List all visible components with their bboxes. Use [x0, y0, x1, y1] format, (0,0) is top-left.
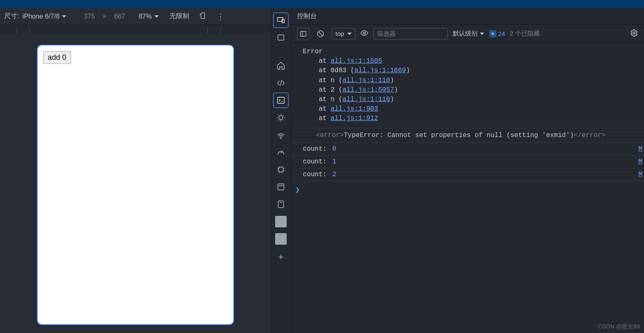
console-output[interactable]: Error at all.js:1:1505 at 0d83 (all.js:1…	[291, 43, 644, 333]
times-symbol: ×	[102, 13, 106, 20]
device-canvas: add 0	[0, 33, 271, 333]
log-label: count:	[303, 171, 327, 178]
stack-link[interactable]: all.js:1:5957	[342, 86, 394, 94]
log-level-selector[interactable]: 默认级别	[453, 30, 484, 38]
add-button[interactable]: add 0	[43, 51, 71, 64]
device-frame: add 0	[37, 45, 234, 325]
stack-link[interactable]: all.js:1:110	[342, 96, 390, 103]
console-log-row: count:0M	[291, 143, 644, 156]
stack-link[interactable]: all.js:1:110	[342, 77, 390, 84]
svg-point-12	[363, 32, 365, 34]
error-message-text: TypeError: Cannot set properties of null…	[344, 132, 574, 139]
zoom-selector[interactable]: 87%	[139, 13, 159, 20]
error-stack: Error at all.js:1:1505 at 0d83 (all.js:1…	[291, 43, 644, 128]
log-value: 1	[333, 158, 337, 165]
console-title: 控制台	[291, 8, 644, 25]
error-message-row: <error>TypeError: Cannot set properties …	[291, 128, 644, 143]
log-value: 0	[333, 145, 337, 153]
browser-topbar	[0, 0, 644, 8]
console-pane: 控制台 top 默认级别 ✱ 24 2	[291, 8, 644, 333]
error-tag-open: <error>	[316, 132, 344, 139]
device-preview-pane: 尺寸: iPhone 6/7/8 375 × 667 87% 无限制 ⋮	[0, 8, 271, 333]
log-label: count:	[303, 158, 327, 165]
device-height-input[interactable]: 667	[112, 13, 128, 20]
hidden-count: 2 个已隐藏	[510, 30, 540, 38]
chevron-down-icon	[480, 33, 484, 35]
stack-link[interactable]: all.js:1:903	[330, 105, 378, 113]
home-icon[interactable]	[274, 59, 288, 73]
storage-icon[interactable]	[274, 197, 288, 211]
error-tag-close: </error>	[574, 132, 606, 139]
svg-rect-3	[278, 35, 284, 40]
watermark: CSDN @摇光93	[598, 323, 640, 331]
filter-input[interactable]	[373, 28, 448, 40]
svg-rect-7	[279, 168, 283, 172]
console-toolbar: top 默认级别 ✱ 24 2 个已隐藏	[291, 25, 644, 43]
device-width-input[interactable]: 375	[81, 13, 97, 20]
throttling-selector[interactable]: 无限制	[169, 12, 189, 21]
svg-point-13	[633, 32, 635, 34]
dimension-label: 尺寸:	[4, 12, 19, 21]
stack-link[interactable]: all.js:1:912	[330, 115, 378, 122]
placeholder-tab-1[interactable]	[274, 215, 288, 229]
device-toolbar: 尺寸: iPhone 6/7/8 375 × 667 87% 无限制 ⋮	[0, 8, 271, 25]
chevron-down-icon	[347, 33, 352, 35]
console-log-row: count:1M	[291, 156, 644, 168]
gear-icon[interactable]	[630, 29, 638, 38]
stack-link[interactable]: all.js:1:1669	[354, 67, 406, 74]
svg-rect-4	[278, 97, 285, 104]
chevron-down-icon	[62, 15, 66, 18]
memory-icon[interactable]	[274, 163, 288, 177]
issues-count: 24	[498, 30, 505, 37]
window-icon[interactable]	[274, 31, 288, 45]
log-source-link[interactable]: M	[638, 145, 642, 153]
bug-icon[interactable]	[274, 111, 288, 125]
placeholder-tab-2[interactable]	[274, 232, 288, 246]
svg-rect-8	[278, 184, 284, 190]
context-label: top	[335, 30, 344, 37]
ruler	[0, 25, 271, 33]
console-prompt[interactable]: ❯	[291, 181, 644, 198]
devtools-dock: +	[271, 8, 291, 333]
log-source-link[interactable]: M	[638, 158, 642, 165]
svg-point-6	[280, 138, 281, 139]
issues-button[interactable]: ✱ 24	[489, 30, 505, 38]
live-expression-icon[interactable]	[360, 29, 368, 38]
svg-point-5	[279, 116, 283, 119]
chevron-down-icon	[154, 15, 159, 18]
device-name: iPhone 6/7/8	[22, 13, 59, 20]
log-value: 2	[333, 171, 337, 178]
svg-rect-10	[300, 31, 306, 36]
console-log-row: count:2M	[291, 168, 644, 181]
zoom-value: 87%	[139, 13, 152, 20]
stack-link[interactable]: all.js:1:1505	[330, 57, 382, 65]
svg-rect-2	[282, 19, 285, 23]
svg-rect-0	[201, 13, 204, 19]
kebab-menu-icon[interactable]: ⋮	[216, 12, 225, 21]
toggle-sidebar-icon[interactable]	[297, 28, 309, 40]
context-selector[interactable]: top	[332, 28, 355, 40]
network-icon[interactable]	[274, 128, 288, 142]
add-tab-icon[interactable]: +	[278, 252, 284, 262]
device-selector[interactable]: iPhone 6/7/8	[22, 13, 66, 20]
svg-rect-9	[278, 201, 284, 208]
log-source-link[interactable]: M	[638, 171, 642, 178]
toggle-device-icon[interactable]	[274, 13, 288, 27]
rotate-icon[interactable]	[199, 12, 207, 21]
console-icon[interactable]	[274, 93, 288, 107]
log-label: count:	[303, 145, 327, 153]
log-level-label: 默认级别	[453, 30, 478, 38]
speech-bubble-icon: ✱	[489, 30, 497, 38]
chevron-right-icon: ❯	[295, 185, 300, 194]
performance-icon[interactable]	[274, 145, 288, 159]
clear-console-icon[interactable]	[314, 28, 327, 40]
application-icon[interactable]	[274, 180, 288, 194]
elements-icon[interactable]	[274, 76, 288, 90]
